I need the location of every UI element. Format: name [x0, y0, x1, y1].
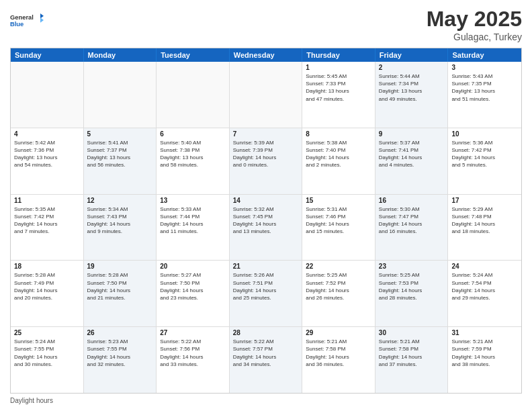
calendar-cell: 4Sunrise: 5:42 AM Sunset: 7:36 PM Daylig… [11, 128, 84, 194]
day-number: 2 [379, 64, 445, 71]
calendar-row-4: 25Sunrise: 5:24 AM Sunset: 7:55 PM Dayli… [11, 327, 521, 393]
calendar-row-3: 18Sunrise: 5:28 AM Sunset: 7:49 PM Dayli… [11, 261, 521, 327]
logo-icon: General Blue [10, 7, 44, 34]
cell-info: Sunrise: 5:21 AM Sunset: 7:58 PM Dayligh… [306, 338, 371, 368]
cell-info: Sunrise: 5:30 AM Sunset: 7:47 PM Dayligh… [379, 205, 445, 236]
calendar-cell [11, 62, 84, 128]
cell-info: Sunrise: 5:41 AM Sunset: 7:37 PM Dayligh… [87, 139, 153, 169]
header: General Blue May 2025 Gulagac, Turkey [10, 7, 522, 42]
cell-info: Sunrise: 5:38 AM Sunset: 7:40 PM Dayligh… [306, 139, 371, 169]
cell-info: Sunrise: 5:39 AM Sunset: 7:39 PM Dayligh… [233, 139, 299, 169]
calendar-cell: 11Sunrise: 5:35 AM Sunset: 7:42 PM Dayli… [11, 195, 84, 261]
cell-info: Sunrise: 5:45 AM Sunset: 7:33 PM Dayligh… [306, 73, 371, 103]
day-number: 31 [451, 329, 518, 336]
day-number: 7 [233, 130, 299, 138]
day-number: 20 [160, 263, 226, 270]
day-number: 5 [87, 130, 153, 138]
day-number: 17 [451, 197, 518, 204]
weekday-header-monday: Monday [84, 48, 157, 62]
calendar-cell: 9Sunrise: 5:37 AM Sunset: 7:41 PM Daylig… [375, 128, 449, 194]
cell-info: Sunrise: 5:22 AM Sunset: 7:56 PM Dayligh… [160, 338, 226, 368]
day-number: 12 [87, 197, 153, 204]
calendar-cell [157, 62, 230, 128]
calendar-cell: 1Sunrise: 5:45 AM Sunset: 7:33 PM Daylig… [302, 62, 375, 128]
day-number: 29 [306, 329, 371, 336]
calendar-cell: 25Sunrise: 5:24 AM Sunset: 7:55 PM Dayli… [11, 327, 84, 393]
calendar-cell: 19Sunrise: 5:28 AM Sunset: 7:50 PM Dayli… [84, 261, 157, 326]
day-number: 28 [233, 329, 299, 336]
svg-text:General: General [10, 14, 34, 21]
day-number: 11 [14, 197, 80, 204]
calendar-cell: 22Sunrise: 5:25 AM Sunset: 7:52 PM Dayli… [302, 261, 375, 326]
calendar-cell: 7Sunrise: 5:39 AM Sunset: 7:39 PM Daylig… [230, 128, 303, 194]
cell-info: Sunrise: 5:37 AM Sunset: 7:41 PM Dayligh… [379, 139, 445, 169]
cell-info: Sunrise: 5:35 AM Sunset: 7:42 PM Dayligh… [14, 205, 80, 236]
calendar-cell: 29Sunrise: 5:21 AM Sunset: 7:58 PM Dayli… [302, 327, 375, 393]
day-number: 16 [379, 197, 445, 204]
cell-info: Sunrise: 5:25 AM Sunset: 7:52 PM Dayligh… [306, 271, 371, 302]
calendar-cell: 21Sunrise: 5:26 AM Sunset: 7:51 PM Dayli… [230, 261, 303, 326]
weekday-header-thursday: Thursday [302, 48, 375, 62]
calendar-row-1: 4Sunrise: 5:42 AM Sunset: 7:36 PM Daylig… [11, 128, 521, 195]
cell-info: Sunrise: 5:26 AM Sunset: 7:51 PM Dayligh… [233, 271, 299, 302]
svg-marker-2 [40, 13, 44, 19]
day-number: 9 [379, 130, 445, 138]
day-number: 8 [306, 130, 371, 138]
cell-info: Sunrise: 5:32 AM Sunset: 7:45 PM Dayligh… [233, 205, 299, 236]
cell-info: Sunrise: 5:21 AM Sunset: 7:58 PM Dayligh… [379, 338, 445, 368]
cell-info: Sunrise: 5:43 AM Sunset: 7:35 PM Dayligh… [451, 73, 518, 103]
calendar-cell: 15Sunrise: 5:31 AM Sunset: 7:46 PM Dayli… [302, 195, 375, 261]
cell-info: Sunrise: 5:33 AM Sunset: 7:44 PM Dayligh… [160, 205, 226, 236]
cell-info: Sunrise: 5:24 AM Sunset: 7:54 PM Dayligh… [451, 271, 518, 302]
cell-info: Sunrise: 5:28 AM Sunset: 7:50 PM Dayligh… [87, 271, 153, 302]
weekday-header-saturday: Saturday [448, 48, 521, 62]
calendar-cell: 18Sunrise: 5:28 AM Sunset: 7:49 PM Dayli… [11, 261, 84, 326]
calendar-cell: 30Sunrise: 5:21 AM Sunset: 7:58 PM Dayli… [375, 327, 449, 393]
calendar-cell: 24Sunrise: 5:24 AM Sunset: 7:54 PM Dayli… [448, 261, 521, 326]
day-number: 6 [160, 130, 226, 138]
calendar-cell: 14Sunrise: 5:32 AM Sunset: 7:45 PM Dayli… [230, 195, 303, 261]
day-number: 3 [451, 64, 518, 71]
calendar-cell: 26Sunrise: 5:23 AM Sunset: 7:55 PM Dayli… [84, 327, 157, 393]
calendar-cell: 3Sunrise: 5:43 AM Sunset: 7:35 PM Daylig… [448, 62, 521, 128]
calendar-cell: 6Sunrise: 5:40 AM Sunset: 7:38 PM Daylig… [157, 128, 230, 194]
svg-text:Blue: Blue [10, 21, 24, 28]
cell-info: Sunrise: 5:21 AM Sunset: 7:59 PM Dayligh… [451, 338, 518, 368]
day-number: 24 [451, 263, 518, 270]
calendar-cell: 5Sunrise: 5:41 AM Sunset: 7:37 PM Daylig… [84, 128, 157, 194]
location: Gulagac, Turkey [427, 32, 522, 42]
footer-text: Daylight hours [10, 397, 53, 404]
cell-info: Sunrise: 5:22 AM Sunset: 7:57 PM Dayligh… [233, 338, 299, 368]
calendar-cell: 16Sunrise: 5:30 AM Sunset: 7:47 PM Dayli… [375, 195, 449, 261]
calendar-cell: 8Sunrise: 5:38 AM Sunset: 7:40 PM Daylig… [302, 128, 375, 194]
day-number: 4 [14, 130, 80, 138]
calendar-header: SundayMondayTuesdayWednesdayThursdayFrid… [11, 48, 521, 62]
day-number: 25 [14, 329, 80, 336]
svg-marker-3 [40, 17, 44, 23]
cell-info: Sunrise: 5:44 AM Sunset: 7:34 PM Dayligh… [379, 73, 445, 103]
cell-info: Sunrise: 5:42 AM Sunset: 7:36 PM Dayligh… [14, 139, 80, 169]
day-number: 10 [451, 130, 518, 138]
day-number: 19 [87, 263, 153, 270]
day-number: 18 [14, 263, 80, 270]
logo: General Blue [10, 7, 44, 34]
calendar-row-0: 1Sunrise: 5:45 AM Sunset: 7:33 PM Daylig… [11, 62, 521, 128]
cell-info: Sunrise: 5:34 AM Sunset: 7:43 PM Dayligh… [87, 205, 153, 236]
day-number: 26 [87, 329, 153, 336]
calendar-cell: 23Sunrise: 5:25 AM Sunset: 7:53 PM Dayli… [375, 261, 449, 326]
weekday-header-wednesday: Wednesday [230, 48, 303, 62]
day-number: 21 [233, 263, 299, 270]
calendar-cell [84, 62, 157, 128]
page: General Blue May 2025 Gulagac, Turkey Su… [0, 0, 532, 411]
day-number: 13 [160, 197, 226, 204]
cell-info: Sunrise: 5:28 AM Sunset: 7:49 PM Dayligh… [14, 271, 80, 302]
cell-info: Sunrise: 5:23 AM Sunset: 7:55 PM Dayligh… [87, 338, 153, 368]
weekday-header-tuesday: Tuesday [157, 48, 230, 62]
cell-info: Sunrise: 5:25 AM Sunset: 7:53 PM Dayligh… [379, 271, 445, 302]
calendar-cell: 2Sunrise: 5:44 AM Sunset: 7:34 PM Daylig… [375, 62, 449, 128]
calendar-cell: 31Sunrise: 5:21 AM Sunset: 7:59 PM Dayli… [448, 327, 521, 393]
day-number: 23 [379, 263, 445, 270]
calendar: SundayMondayTuesdayWednesdayThursdayFrid… [10, 48, 522, 394]
cell-info: Sunrise: 5:29 AM Sunset: 7:48 PM Dayligh… [451, 205, 518, 236]
calendar-cell: 12Sunrise: 5:34 AM Sunset: 7:43 PM Dayli… [84, 195, 157, 261]
